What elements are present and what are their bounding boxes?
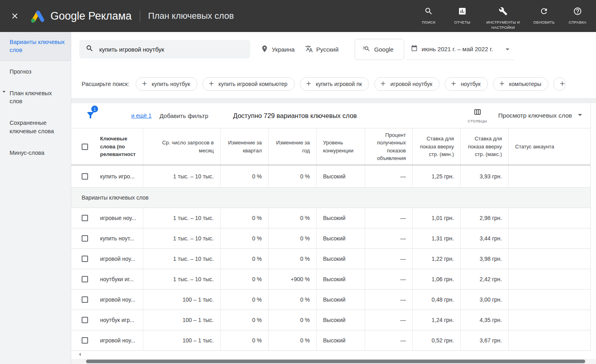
cell-competition: Высокий xyxy=(317,330,365,350)
th-account-status[interactable]: Статус аккаунта xyxy=(509,128,590,165)
wrench-icon xyxy=(499,7,508,17)
sidebar-item-negative-keywords[interactable]: Минус-слова xyxy=(0,142,71,164)
results-summary: Доступно 729 вариантов ключевых слов xyxy=(233,112,357,120)
action-label: ОТЧЕТЫ xyxy=(454,20,470,25)
close-icon[interactable] xyxy=(10,12,19,20)
cell-bid-high: 3,44 грн. xyxy=(461,228,509,248)
cell-keyword: игровые ноу... xyxy=(94,208,143,228)
table-rows-slot: игровые ноу... 1 тыс. – 10 тыс. 0 % 0 % … xyxy=(71,208,590,351)
cell-bid-high: 2,42 грн. xyxy=(461,269,509,289)
cell-quarter-change: 0 % xyxy=(221,290,269,310)
keyword-search-input[interactable]: купить игровой ноутбук xyxy=(79,40,250,58)
keyword-chip[interactable]: игровой ноутбук xyxy=(374,77,439,91)
cell-impression-share: — xyxy=(365,165,413,187)
cell-account-status xyxy=(509,310,590,330)
cell-checkbox xyxy=(71,290,94,310)
location-label: Украина xyxy=(272,46,295,53)
th-year-change[interactable]: Изменение за год xyxy=(269,128,317,165)
keyword-chip[interactable]: компьютеры xyxy=(493,77,549,91)
cell-checkbox xyxy=(71,165,94,187)
cell-competition: Высокий xyxy=(317,310,365,330)
row-checkbox[interactable] xyxy=(82,296,88,303)
sidebar-item-keyword-plan[interactable]: План ключевых слов xyxy=(0,82,71,112)
cell-impression-share: — xyxy=(365,310,413,330)
action-label: СПРАВКА xyxy=(569,20,586,25)
keyword-chip[interactable]: ноутбук xyxy=(445,77,488,91)
cell-bid-high: 3,67 грн. xyxy=(461,330,509,350)
plus-icon xyxy=(498,80,506,88)
search-query-text: купить игровой ноутбук xyxy=(99,46,164,53)
language-label: Русский xyxy=(316,46,339,53)
th-bid-high[interactable]: Ставка для показа вверху стр. (макс.) xyxy=(461,128,509,165)
sidebar-item-saved-keywords[interactable]: Сохраненные ключевые слова xyxy=(0,112,71,142)
cell-bid-low: 1,24 грн. xyxy=(413,310,461,330)
date-range-label: июнь 2021 г. – май 2022 г. xyxy=(421,46,493,52)
th-competition[interactable]: Уровень конкуренции xyxy=(317,128,365,165)
th-quarter-change[interactable]: Изменение за квартал xyxy=(221,128,269,165)
topbar: Google Реклама План ключевых слов ПОИСК … xyxy=(0,0,596,32)
cell-avg-searches: 1 тыс. – 10 тыс. xyxy=(143,165,221,187)
cell-keyword: игровой ноу... xyxy=(94,290,143,310)
row-checkbox[interactable] xyxy=(82,235,88,242)
select-all-cell xyxy=(71,128,94,165)
columns-icon xyxy=(474,108,482,118)
location-selector[interactable]: Украина xyxy=(261,45,295,54)
cell-avg-searches: 100 – 1 тыс. xyxy=(143,330,221,350)
brand-title: Google Реклама xyxy=(50,10,132,22)
tools-settings-button[interactable]: ИНСТРУМЕНТЫ И НАСТРОЙКИ xyxy=(485,2,522,30)
view-selector[interactable]: Просмотр ключевых слов xyxy=(498,110,585,121)
keyword-chip-partial[interactable] xyxy=(554,77,566,91)
cell-impression-share: — xyxy=(365,228,413,248)
location-pin-icon xyxy=(261,45,269,54)
network-selector[interactable]: Google xyxy=(355,39,404,60)
language-selector[interactable]: Русский xyxy=(305,45,339,54)
row-checkbox[interactable] xyxy=(82,173,88,180)
sidebar: Варианты ключевых слов Прогноз План ключ… xyxy=(0,32,71,364)
main-content: купить игровой ноутбук Украина Русский G… xyxy=(71,32,596,364)
cell-bid-low: 1,01 грн. xyxy=(413,208,461,228)
cell-competition: Высокий xyxy=(317,249,365,269)
th-avg-searches[interactable]: Ср. число запросов в месяц xyxy=(143,128,221,165)
filter-button[interactable]: 1 xyxy=(86,110,96,121)
add-filter-button[interactable]: Добавить фильтр xyxy=(159,112,208,119)
select-all-checkbox[interactable] xyxy=(82,144,88,150)
row-checkbox[interactable] xyxy=(82,276,88,282)
keyword-chip[interactable]: купить игровой компьютер xyxy=(203,77,295,91)
th-keyword[interactable]: Ключевые слова (по релевантност xyxy=(94,128,143,165)
cell-year-change: 0 % xyxy=(269,290,317,310)
row-checkbox[interactable] xyxy=(82,317,88,323)
date-range-selector[interactable]: июнь 2021 г. – май 2022 г. xyxy=(407,39,514,60)
columns-button[interactable]: СТОЛБЦЫ xyxy=(468,108,487,123)
more-filters-link[interactable]: и ещё 1 xyxy=(131,112,151,119)
keyword-chip[interactable]: купить игровой пк xyxy=(300,77,369,91)
reports-button[interactable]: ОТЧЕТЫ xyxy=(451,2,474,25)
th-bid-low[interactable]: Ставка для показа вверху стр. (мин.) xyxy=(413,128,461,165)
row-checkbox[interactable] xyxy=(82,256,88,262)
help-button[interactable]: СПРАВКА xyxy=(566,2,589,25)
cell-bid-low: 1,06 грн. xyxy=(413,269,461,289)
cell-avg-searches: 1 тыс. – 10 тыс. xyxy=(143,249,221,269)
cell-year-change: +900 % xyxy=(269,269,317,289)
row-checkbox[interactable] xyxy=(82,215,88,221)
row-checkbox[interactable] xyxy=(82,337,88,344)
cell-account-status xyxy=(509,208,590,228)
cell-quarter-change: 0 % xyxy=(221,330,269,350)
cell-quarter-change: 0 % xyxy=(221,228,269,248)
table-row: купить игро... 1 тыс. – 10 тыс. 0 % 0 % … xyxy=(71,165,590,188)
refresh-button[interactable]: ОБНОВИТЬ xyxy=(533,2,555,25)
cell-keyword: купить ноут... xyxy=(94,228,143,248)
th-impression-share[interactable]: Процент полученных показов объявления xyxy=(365,128,413,165)
cell-quarter-change: 0 % xyxy=(221,208,269,228)
cell-checkbox xyxy=(71,310,94,330)
horizontal-scrollbar-thumb[interactable] xyxy=(86,360,585,363)
sidebar-item-label: Прогноз xyxy=(10,68,31,75)
sidebar-item-forecast[interactable]: Прогноз xyxy=(0,61,71,82)
cell-keyword: игровой ноу... xyxy=(94,330,143,350)
search-button[interactable]: ПОИСК xyxy=(417,2,440,25)
cell-year-change: 0 % xyxy=(269,165,317,187)
results-panel: 1 и ещё 1 Добавить фильтр Доступно 729 в… xyxy=(71,103,591,351)
sidebar-item-keyword-ideas[interactable]: Варианты ключевых слов xyxy=(0,32,71,61)
cell-competition: Высокий xyxy=(317,208,365,228)
keyword-chip[interactable]: купить ноутбук xyxy=(136,77,197,91)
action-label: ИНСТРУМЕНТЫ И НАСТРОЙКИ xyxy=(485,20,522,30)
